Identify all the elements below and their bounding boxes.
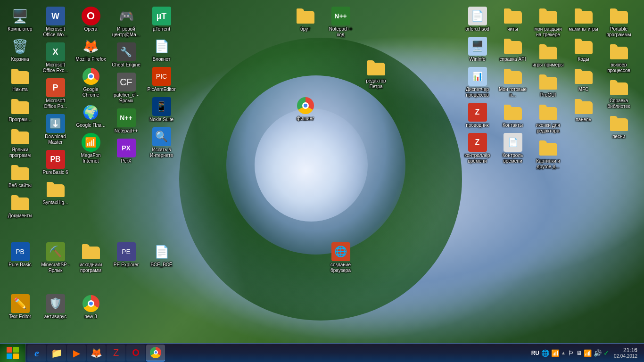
- shortcuts-folder[interactable]: Ярлыки программ: [2, 125, 38, 160]
- computer-icon[interactable]: 🖥️ Компьютер: [2, 5, 38, 34]
- svg-rect-3: [13, 354, 19, 359]
- icon-column-new3: new 3: [73, 292, 108, 321]
- phishing-icon[interactable]: фишинг: [288, 94, 323, 123]
- taskbar-apps: e 📁 ▶ 🦊 Z O: [25, 345, 528, 362]
- wifi-icon[interactable]: 📶: [551, 349, 559, 357]
- songs-folder[interactable]: песни: [601, 112, 636, 141]
- taskbar-ie[interactable]: e: [27, 345, 46, 362]
- api-help-folder[interactable]: справка API: [495, 35, 530, 64]
- antivirus-icon[interactable]: 🛡️ антивирус: [38, 292, 73, 321]
- cheat-engine-icon[interactable]: 🔧 Cheat Engine: [108, 41, 144, 70]
- ms-excel-icon[interactable]: X Microsoft Office Exc...: [38, 41, 73, 75]
- picasmeditor-icon[interactable]: PIC PicAsmEditor: [144, 65, 179, 94]
- taskbar-explorer[interactable]: 📁: [47, 345, 66, 362]
- wininfo-icon[interactable]: 🖥️ WinInfo: [460, 35, 495, 64]
- patcher-icon[interactable]: CF patcher_cf - Ярлык: [108, 71, 144, 106]
- new3-icon[interactable]: new 3: [73, 292, 108, 321]
- documents-folder[interactable]: Документы: [2, 191, 38, 221]
- icon-column-texteditor: ✏️ Text Editor: [2, 292, 38, 321]
- ready-programs-folder[interactable]: Мои готовые п...: [495, 65, 530, 100]
- megafon-icon[interactable]: 📶 MegaFon Internet: [73, 131, 108, 166]
- pictures-other-folder[interactable]: Картинки и другое д...: [530, 137, 566, 172]
- tray-expand-icon[interactable]: ▲: [561, 350, 566, 355]
- clock-date: 02.04.2012: [614, 354, 637, 359]
- language-indicator[interactable]: RU: [531, 350, 539, 356]
- right-col-3: мои раздачи на трекере игры примеры ProG…: [530, 5, 566, 172]
- icon-column-7: ⛏️ MinecraftSP - Ярлык: [38, 240, 73, 275]
- search-internet-icon[interactable]: 🔍 Искать в Интернете: [144, 125, 179, 160]
- taskbar-zotero[interactable]: Z: [107, 345, 125, 362]
- text-editor-icon[interactable]: ✏️ Text Editor: [2, 292, 38, 321]
- purebasic6-icon[interactable]: PB PureBasic 6: [38, 148, 73, 177]
- syntaxhig-icon[interactable]: SyntaxHig...: [38, 178, 73, 207]
- volume-icon[interactable]: 🔊: [594, 349, 602, 357]
- conductor-icon[interactable]: Z проводник: [460, 101, 495, 130]
- moms-games-folder[interactable]: мамины игры: [566, 5, 601, 34]
- codes-folder[interactable]: Коды: [566, 35, 601, 64]
- library-help-folder[interactable]: Справка библиотек: [601, 76, 636, 111]
- notepadpp-icon[interactable]: N++ Notepad++: [108, 107, 144, 136]
- monitor-icon[interactable]: 🖥: [576, 350, 582, 356]
- pe-explorer-icon[interactable]: PE PE Explorer: [108, 240, 144, 270]
- notepadpp-code-icon[interactable]: N++ Notepad++ код: [323, 5, 358, 40]
- icon-column-5: µT µTorrent 📄 Блокнот PIC PicAsmEditor 📱…: [144, 5, 179, 160]
- create-browser-icon[interactable]: 🌐 создание браузера: [323, 240, 358, 275]
- ms-powerpoint-icon[interactable]: P Microsoft Office Po...: [38, 76, 73, 111]
- panel-folder[interactable]: панель: [566, 95, 601, 124]
- chitat-folder[interactable]: читы: [495, 5, 530, 34]
- mfc-folder[interactable]: MFC: [566, 65, 601, 94]
- game-examples-folder[interactable]: игры примеры: [530, 41, 566, 70]
- google-earth-icon[interactable]: 🌍 Google Пла...: [73, 101, 108, 130]
- ms-word-icon[interactable]: W Microsoft Office Wo...: [38, 5, 73, 40]
- icon-column-10: 📄 ВСЁ_ВСЁ: [144, 240, 179, 270]
- time-control-icon[interactable]: 📄 Контроль времени: [495, 131, 530, 166]
- nikita-folder[interactable]: Никита: [2, 65, 38, 94]
- minecraft-icon[interactable]: ⛏️ MinecraftSP - Ярлык: [38, 240, 73, 275]
- icon-column-8: исходники программ: [73, 240, 108, 275]
- orforu-icon[interactable]: 📄 orforu.hsod: [460, 5, 495, 34]
- opera-icon[interactable]: O Opera: [73, 5, 108, 34]
- chrome-tb-icon: [150, 347, 161, 358]
- perx-icon[interactable]: PX PerX: [108, 137, 144, 166]
- flag-icon: 🏳: [568, 349, 574, 357]
- game-center-icon[interactable]: 🎮 Игровой центр@Ма...: [108, 5, 144, 40]
- network-icon[interactable]: 🌐: [541, 349, 549, 357]
- taskbar: e 📁 ▶ 🦊 Z O RU 🌐 📶 ▲: [0, 343, 644, 362]
- my-torrents-folder[interactable]: мои раздачи на трекере: [530, 5, 566, 40]
- svg-rect-0: [7, 347, 12, 353]
- desktop: 🖥️ Компьютер 🗑️ Корзина Никита Програм..…: [0, 0, 644, 343]
- clock-time: 21:16: [614, 347, 637, 354]
- chrome-icon[interactable]: Google Chrome: [73, 65, 108, 100]
- network-signal-icon[interactable]: 📶: [584, 349, 592, 357]
- taskbar-chrome[interactable]: [146, 345, 165, 362]
- purebasic-icon[interactable]: PB Pure Basic: [2, 240, 38, 270]
- notepad-icon[interactable]: 📄 Блокнот: [144, 35, 179, 64]
- viewer-folder[interactable]: вьювер процессов: [601, 41, 636, 75]
- taskbar-opera[interactable]: O: [126, 345, 145, 362]
- editor-icons-folder[interactable]: иконки для редактора: [530, 101, 566, 136]
- time-controller-icon[interactable]: Z контроллёр времени: [460, 131, 495, 166]
- start-button[interactable]: [0, 344, 25, 362]
- contacts-folder[interactable]: Контакты: [495, 101, 530, 130]
- taskbar-firefox[interactable]: 🦊: [87, 345, 106, 362]
- recycle-bin-icon[interactable]: 🗑️ Корзина: [2, 35, 38, 64]
- download-master-icon[interactable]: ⬇️ Download Master: [38, 112, 73, 147]
- svg-rect-2: [7, 354, 12, 359]
- windows-logo-icon: [6, 346, 20, 360]
- editor-petra-folder[interactable]: редактор Петра: [358, 57, 394, 91]
- brut-folder[interactable]: брут: [288, 5, 323, 34]
- websites-folder[interactable]: Веб-сайты: [2, 161, 38, 190]
- taskbar-media-player[interactable]: ▶: [67, 345, 86, 362]
- progui-folder[interactable]: ProGUI: [530, 71, 566, 100]
- opera-tb-icon: O: [132, 347, 140, 358]
- firefox-icon[interactable]: 🦊 Mozilla Firefox: [73, 35, 108, 64]
- programs-folder[interactable]: Програм...: [2, 95, 38, 124]
- nokia-suite-icon[interactable]: 📱 Nokia Suite: [144, 95, 179, 124]
- clock[interactable]: 21:16 02.04.2012: [611, 346, 640, 360]
- utorrent-icon[interactable]: µT µTorrent: [144, 5, 179, 34]
- portable-folder[interactable]: Portable программы: [601, 5, 636, 40]
- sources-folder[interactable]: исходники программ: [73, 240, 108, 275]
- dispatcher-icon[interactable]: 📊 Диспетчер процессов: [460, 65, 495, 100]
- security-icon[interactable]: ✓: [603, 349, 609, 357]
- all-all-icon[interactable]: 📄 ВСЁ_ВСЁ: [144, 240, 179, 270]
